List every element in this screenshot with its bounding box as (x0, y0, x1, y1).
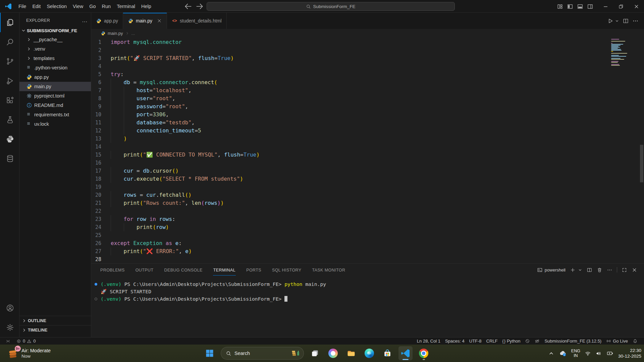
line-number[interactable]: 11 (91, 119, 111, 127)
run-python-file-icon[interactable] (607, 18, 613, 24)
terminal-line[interactable]: 🚀 SCRIPT STARTED (91, 288, 644, 295)
tree-item-__pycache__[interactable]: __pycache__ (19, 35, 91, 44)
back-arrow-icon[interactable] (184, 2, 193, 11)
start-button[interactable] (203, 346, 217, 360)
code-line-11[interactable]: 11 database="testdb", (91, 119, 644, 127)
problems-status[interactable]: 0 0 (14, 338, 38, 345)
tree-item-.python-version[interactable]: .python-version (19, 63, 91, 72)
terminal-line[interactable]: (.venv) PS C:\Users\Admin\Desktop\Projec… (91, 295, 644, 303)
code-line-15[interactable]: 15 print("✅ CONNECTED TO MYSQL", flush=T… (91, 151, 644, 159)
menu-terminal[interactable]: Terminal (114, 4, 138, 9)
line-content[interactable]: host="localhost", (111, 86, 644, 95)
panel-tab-ports[interactable]: PORTS (246, 264, 262, 275)
timeline-section[interactable]: TIMELINE (19, 325, 91, 335)
panel-tab-problems[interactable]: PROBLEMS (100, 264, 125, 275)
line-number[interactable]: 22 (91, 207, 111, 215)
code-line-19[interactable]: 19 (91, 183, 644, 191)
line-number[interactable]: 1 (91, 38, 111, 46)
statusbar-python-interpreter[interactable]: SubmissionForm_FE (3.12.5) (542, 338, 604, 345)
forward-arrow-icon[interactable] (195, 2, 204, 11)
tree-item-uv.lock[interactable]: uv.lock (19, 119, 91, 129)
code-line-4[interactable]: 4 (91, 62, 644, 70)
run-dropdown-chevron-icon[interactable] (615, 19, 619, 23)
statusbar-copilot-status[interactable] (532, 338, 542, 345)
command-center-search[interactable]: SubmissionForm_FE (207, 2, 455, 11)
line-number[interactable]: 18 (91, 175, 111, 183)
code-line-26[interactable]: 26except Exception as e: (91, 239, 644, 247)
language-indicator[interactable]: ENG IN (571, 349, 580, 358)
line-number[interactable]: 25 (91, 231, 111, 239)
editor-scrollbar[interactable] (640, 145, 643, 182)
line-number[interactable]: 12 (91, 127, 111, 135)
activitybar-python[interactable] (0, 129, 19, 149)
line-content[interactable]: import mysql.connector (111, 38, 644, 46)
line-number[interactable]: 8 (91, 95, 111, 103)
line-content[interactable] (111, 159, 644, 167)
code-line-12[interactable]: 12 connection_timeout=5 (91, 127, 644, 135)
customize-layout-icon[interactable] (555, 0, 565, 13)
edge-button[interactable] (362, 346, 376, 360)
line-content[interactable]: db = mysql.connector.connect( (111, 78, 644, 86)
line-content[interactable]: port=3306, (111, 111, 644, 119)
volume-icon[interactable] (595, 350, 602, 357)
terminal-output[interactable]: (.venv) PS C:\Users\Admin\Desktop\Projec… (91, 276, 644, 337)
terminal-more-icon[interactable] (607, 267, 612, 273)
remote-indicator[interactable] (3, 338, 13, 345)
line-content[interactable] (111, 183, 644, 191)
line-content[interactable] (111, 207, 644, 215)
line-number[interactable]: 16 (91, 159, 111, 167)
file-explorer-button[interactable] (344, 346, 358, 360)
line-number[interactable]: 23 (91, 215, 111, 223)
line-number[interactable]: 6 (91, 78, 111, 86)
explorer-more-icon[interactable]: ... (82, 17, 88, 23)
taskbar-search[interactable]: Search (221, 347, 304, 360)
line-number[interactable]: 9 (91, 103, 111, 111)
line-number[interactable]: 27 (91, 247, 111, 255)
split-editor-icon[interactable] (623, 18, 629, 24)
close-tab-icon[interactable] (157, 18, 162, 23)
code-line-27[interactable]: 27 print("❌ ERROR:", e) (91, 247, 644, 255)
clock[interactable]: 22:30 30-12-2025 (618, 348, 641, 359)
close-button[interactable] (629, 0, 644, 13)
code-line-25[interactable]: 25 (91, 231, 644, 239)
toggle-panel-icon[interactable] (575, 0, 585, 13)
toggle-sidebar-icon[interactable] (565, 0, 575, 13)
statusbar-eol[interactable]: CRLF (484, 338, 500, 345)
code-line-16[interactable]: 16 (91, 159, 644, 167)
tree-item-templates[interactable]: templates (19, 54, 91, 63)
terminal-dropdown-icon[interactable] (578, 268, 582, 272)
editor-more-actions-icon[interactable] (632, 18, 639, 24)
panel-tab-task-monitor[interactable]: TASK MONITOR (312, 264, 346, 275)
code-line-18[interactable]: 18 cur.execute("SELECT * FROM students") (91, 175, 644, 183)
line-content[interactable]: print(row) (111, 223, 644, 231)
menu-go[interactable]: Go (86, 4, 99, 9)
code-line-24[interactable]: 24 print(row) (91, 223, 644, 231)
menu-help[interactable]: Help (138, 4, 154, 9)
explorer-root-folder[interactable]: SUBMISSIONFORM_FE (19, 26, 91, 35)
restore-button[interactable] (613, 0, 629, 13)
statusbar-prettier-status[interactable] (523, 338, 532, 345)
line-number[interactable]: 7 (91, 86, 111, 95)
line-content[interactable]: try: (111, 70, 644, 78)
line-content[interactable] (111, 231, 644, 239)
line-content[interactable]: database="testdb", (111, 119, 644, 127)
statusbar-cursor-position[interactable]: Ln 28, Col 1 (415, 338, 443, 345)
chrome-button[interactable] (417, 346, 431, 360)
line-number[interactable]: 19 (91, 183, 111, 191)
line-number[interactable]: 10 (91, 111, 111, 119)
menu-selection[interactable]: Selection (44, 4, 70, 9)
code-editor[interactable]: 1import mysql.connector23print("🚀 SCRIPT… (91, 38, 644, 263)
code-line-3[interactable]: 3print("🚀 SCRIPT STARTED", flush=True) (91, 54, 644, 62)
tab-student_details.html[interactable]: <>student_details.html (167, 13, 227, 29)
line-content[interactable] (111, 143, 644, 151)
store-button[interactable] (380, 346, 394, 360)
panel-tab-output[interactable]: OUTPUT (135, 264, 154, 275)
activitybar-database[interactable] (0, 149, 19, 168)
statusbar-notifications[interactable] (630, 338, 640, 345)
copilot-button[interactable] (326, 346, 340, 360)
code-line-13[interactable]: 13 ) (91, 135, 644, 143)
code-line-7[interactable]: 7 host="localhost", (91, 86, 644, 95)
minimize-button[interactable] (598, 0, 613, 13)
statusbar-go-live[interactable]: Go Live (604, 338, 630, 345)
line-number[interactable]: 15 (91, 151, 111, 159)
